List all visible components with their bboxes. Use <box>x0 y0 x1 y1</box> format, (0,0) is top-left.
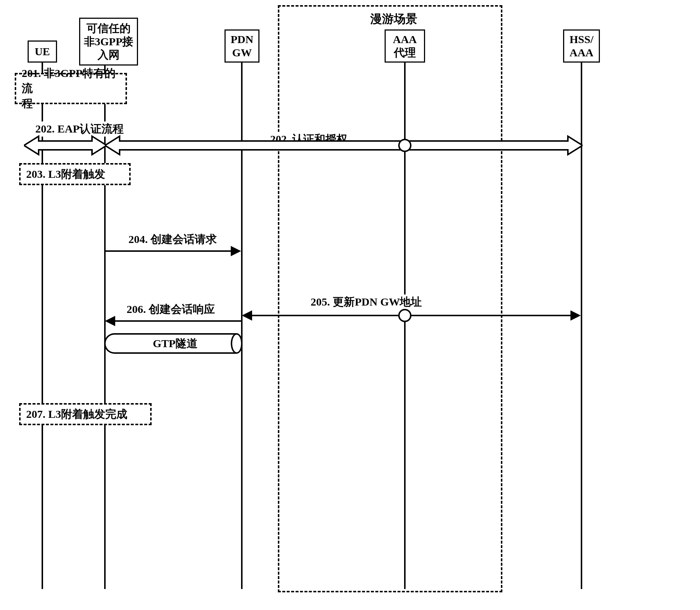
circle-205 <box>398 309 411 322</box>
step-207: 207. L3附着触发完成 <box>19 403 152 425</box>
step-201: 201. 非3GPP特有的流 程 <box>15 73 127 104</box>
gtp-tunnel: GTP隧道 <box>104 333 243 354</box>
step-205-head-left <box>242 310 252 321</box>
roaming-title: 漫游场景 <box>335 11 453 27</box>
participant-label: 可信任的 非3GPP接 入网 <box>84 22 134 61</box>
step-204-head <box>231 246 241 256</box>
participant-ue: UE <box>28 40 57 63</box>
participant-aaa-proxy: AAA 代理 <box>385 29 425 63</box>
step-205-head-right <box>570 310 581 321</box>
participant-label: HSS/ AAA <box>569 33 593 59</box>
participant-label: AAA 代理 <box>393 33 417 59</box>
step-204-line <box>106 250 233 252</box>
svg-marker-1 <box>105 136 583 155</box>
participant-hss-aaa: HSS/ AAA <box>563 29 600 63</box>
step-206-head <box>105 316 115 326</box>
tunnel-label: GTP隧道 <box>153 336 198 351</box>
step-206-line <box>115 320 242 322</box>
circle-202 <box>398 139 411 152</box>
step-202b-arrow <box>105 134 583 156</box>
sequence-diagram: 漫游场景 UE 可信任的 非3GPP接 入网 PDN GW AAA 代理 HSS… <box>0 0 700 610</box>
svg-marker-0 <box>24 136 107 155</box>
participant-trusted-non3gpp: 可信任的 非3GPP接 入网 <box>79 18 138 66</box>
participant-pdn-gw: PDN GW <box>225 29 259 63</box>
step-204-label: 204. 创建会话请求 <box>127 232 218 247</box>
step-205-label: 205. 更新PDN GW地址 <box>309 295 424 310</box>
step-205-line <box>252 315 572 316</box>
step-label: 203. L3附着触发 <box>26 167 105 182</box>
step-202a-arrow <box>24 134 107 156</box>
step-203: 203. L3附着触发 <box>19 163 131 185</box>
participant-label: PDN GW <box>231 33 254 59</box>
participant-label: UE <box>35 45 50 58</box>
step-206-label: 206. 创建会话响应 <box>125 302 216 317</box>
step-label: 207. L3附着触发完成 <box>26 407 127 422</box>
step-label: 201. 非3GPP特有的流 程 <box>22 66 120 111</box>
